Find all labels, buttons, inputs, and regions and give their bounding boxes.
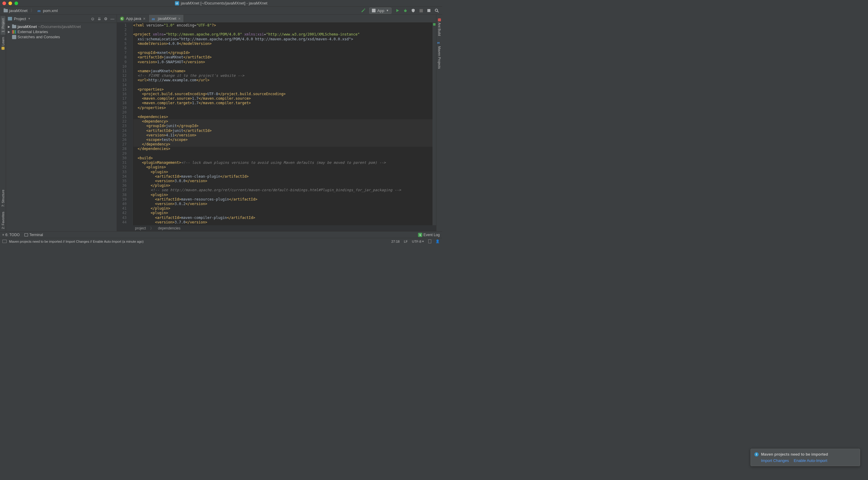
window-title: IJ javaMXnet [~/Documents/javaMXnet] - j… [175,1,267,5]
terminal-icon [24,233,28,236]
hammer-icon [361,8,366,13]
tab-favorites-label: 2: Favorites [1,212,5,229]
close-icon[interactable]: × [143,16,146,21]
vcs-button[interactable] [425,7,433,14]
tab-javamxnet[interactable]: m javaMXnet × [149,15,184,22]
tab-maven-projects[interactable]: m Maven Projects [437,38,442,71]
coverage-button[interactable] [410,7,417,14]
tab-favorites[interactable]: 2: Favorites [1,209,5,231]
svg-rect-4 [420,9,423,12]
tool-tab-todo[interactable]: ≡ 6: TODO [2,233,20,237]
chevron-down-icon: ≑ [422,240,424,243]
svg-point-6 [435,9,438,11]
event-log-label: Event Log [424,233,440,237]
todo-label: 6: TODO [5,233,20,237]
breadcrumb-project[interactable]: javaMXnet [2,8,29,13]
tab-maven-label: Maven Projects [438,46,441,69]
editor-area: C App.java × m javaMXnet × 1234567891011… [117,15,436,231]
project-panel-header: Project ▼ ⊙ ⇊ ⚙ — [6,15,117,23]
project-view-icon [8,17,12,21]
error-stripe[interactable] [433,23,436,225]
cursor-position[interactable]: 27:18 [391,240,400,243]
editor-body: 1234567891011121314151617181920212223242… [117,23,436,225]
terminal-label: Terminal [29,233,43,237]
code-breadcrumb-item[interactable]: project [135,226,146,230]
tab-app-java[interactable]: C App.java × [117,15,149,22]
tab-ant-build[interactable]: Ant Build [437,16,442,38]
run-configuration-selector[interactable]: App ▼ [369,7,392,14]
stop-button[interactable] [417,7,425,14]
run-button[interactable] [394,7,401,14]
window-title-text: javaMXnet [~/Documents/javaMXnet] - java… [181,1,267,5]
window-icon[interactable] [2,240,7,243]
status-message[interactable]: Maven projects need to be imported // Im… [9,240,144,243]
tab-project-label: 1: Project [1,19,5,32]
locate-button[interactable]: ⊙ [90,16,95,21]
encoding-selector[interactable]: UTF-8 ≑ [412,240,424,243]
tab-structure[interactable]: 7: Structure [1,187,5,209]
code-breadcrumb: project 〉 dependencies [117,225,436,231]
bug-icon [403,8,407,13]
expand-arrow-icon[interactable]: ▶ [8,30,11,33]
config-icon [372,9,375,12]
expand-arrow-icon[interactable]: ▶ [8,25,11,28]
main-area: 1: Project Learn 7: Structure 2: Favorit… [0,15,442,231]
close-button[interactable] [2,1,6,5]
build-button[interactable] [360,7,367,14]
debug-button[interactable] [402,7,409,14]
chevron-down-icon: ▼ [28,17,30,20]
project-panel: Project ▼ ⊙ ⇊ ⚙ — ▶ javaMXnet ~/Document… [6,15,117,231]
breadcrumb-file[interactable]: m pom.xml [36,8,59,13]
close-icon[interactable]: × [178,16,181,21]
hector-icon[interactable]: 👤 [435,239,440,243]
navigation-bar: javaMXnet 〉 m pom.xml App ▼ [0,7,442,15]
breadcrumb: javaMXnet 〉 m pom.xml [2,8,60,13]
analysis-ok-icon [433,23,435,26]
tool-tab-event-log[interactable]: 1 Event Log [418,233,440,237]
svg-line-7 [437,11,438,12]
code-breadcrumb-item[interactable]: dependencies [158,226,181,230]
chevron-right-icon: 〉 [30,8,34,13]
tree-scratches[interactable]: Scratches and Consoles [6,34,117,39]
minimize-button[interactable] [8,1,12,5]
maximize-button[interactable] [14,1,18,5]
tab-ant-label: Ant Build [438,23,441,36]
right-tool-stripe: Ant Build m Maven Projects [436,15,442,231]
tool-tab-terminal[interactable]: Terminal [24,233,43,237]
tab-structure-label: 7: Structure [1,190,5,207]
tab-project[interactable]: 1: Project [1,16,5,35]
editor-tabs: C App.java × m javaMXnet × [117,15,436,23]
java-class-icon: C [120,16,124,21]
tab-label: App.java [126,16,141,21]
encoding-label: UTF-8 [412,240,421,243]
collapse-button[interactable]: ⇊ [97,16,101,21]
tree-external-libraries[interactable]: ▶ External Libraries [6,29,117,34]
line-number-gutter[interactable]: 1234567891011121314151617181920212223242… [117,23,130,225]
coverage-icon [411,8,415,13]
libraries-icon [12,30,16,34]
project-tree: ▶ javaMXnet ~/Documents/javaMXnet ▶ Exte… [6,23,117,41]
code-editor[interactable]: <?xml version="1.0" encoding="UTF-8"?> <… [133,23,433,225]
title-bar: IJ javaMXnet [~/Documents/javaMXnet] - j… [0,0,442,7]
project-panel-title[interactable]: Project ▼ [8,16,30,21]
folder-icon [4,9,8,12]
run-config-label: App [377,8,384,13]
settings-button[interactable]: ⚙ [103,16,108,21]
hide-button[interactable]: — [110,16,115,21]
scratches-icon [12,35,16,39]
bottom-tool-stripe: ≡ 6: TODO Terminal 1 Event Log [0,231,442,238]
vcs-icon [427,8,431,13]
fold-gutter[interactable] [130,23,133,225]
chevron-down-icon: ▼ [386,9,389,12]
tree-root-path: ~/Documents/javaMXnet [38,24,81,29]
tree-root[interactable]: ▶ javaMXnet ~/Documents/javaMXnet [6,24,117,29]
tab-learn[interactable]: Learn [1,35,5,52]
left-tool-stripe: 1: Project Learn 7: Structure 2: Favorit… [0,15,6,231]
tree-root-label: javaMXnet [18,24,37,29]
search-button[interactable] [433,7,440,14]
chevron-right-icon: 〉 [150,226,154,231]
breadcrumb-project-label: javaMXnet [9,8,27,13]
lock-icon[interactable] [428,239,431,243]
tab-learn-label: Learn [1,37,5,45]
line-separator[interactable]: LF [404,240,408,243]
